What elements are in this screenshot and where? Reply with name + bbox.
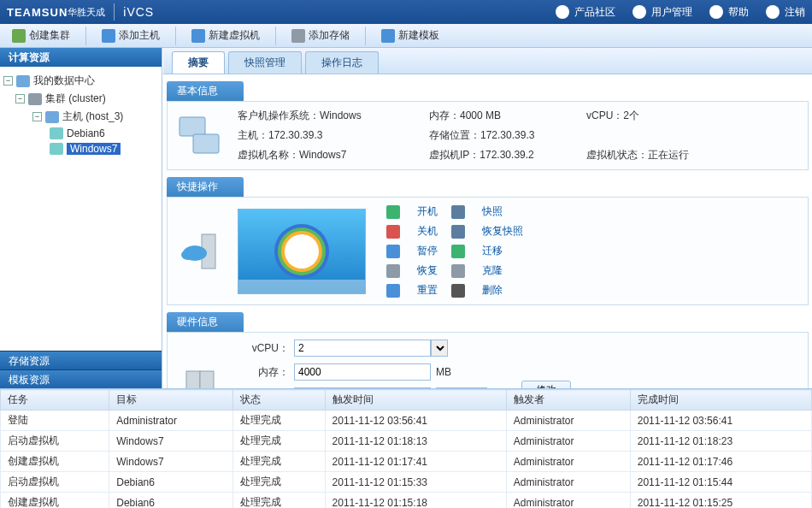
clone-icon [451, 264, 465, 278]
brand-product: iVCS [123, 5, 154, 19]
table-row[interactable]: 启动虚拟机Windows7处理完成2011-11-12 01:18:13Admi… [1, 431, 812, 452]
op-poweron[interactable]: 开机 [417, 204, 438, 219]
op-delete[interactable]: 删除 [482, 283, 523, 298]
tree-host[interactable]: −主机 (host_3) [32, 108, 158, 126]
pause-icon [386, 245, 400, 258]
collapse-icon[interactable]: − [32, 112, 42, 121]
sidebar-head-storage[interactable]: 存储资源 [0, 351, 162, 369]
table-row[interactable]: 登陆Administrator处理完成2011-11-12 03:56:41Ad… [1, 411, 812, 431]
tree-vm-debian[interactable]: Debian6 [50, 126, 158, 141]
svg-rect-0 [179, 117, 205, 136]
section-quick: 开机 快照 关机 恢复快照 暂停 迁移 恢复 克隆 重置 删除 [167, 197, 809, 305]
vm-tree-icon [50, 127, 63, 139]
collapse-icon[interactable]: − [15, 94, 25, 103]
new-template-button[interactable]: 新建模板 [374, 27, 446, 44]
vcpu-dropdown[interactable] [431, 340, 448, 357]
col-task[interactable]: 任务 [1, 390, 109, 411]
tab-summary[interactable]: 摘要 [172, 51, 225, 74]
section-basic: 客户机操作系统：Windows 内存：4000 MB vCPU：2个 主机：17… [167, 101, 809, 170]
host-tree-icon [45, 111, 59, 123]
logout-icon [766, 5, 780, 19]
nav-user-mgmt[interactable]: 用户管理 [633, 5, 692, 20]
col-status[interactable]: 状态 [233, 390, 325, 411]
svg-rect-5 [186, 371, 200, 388]
task-table: 任务 目标 状态 触发时间 触发者 完成时间 登陆Administrator处理… [0, 389, 812, 508]
nav-logout[interactable]: 注销 [766, 5, 805, 20]
new-vm-button[interactable]: 新建虚拟机 [185, 27, 267, 44]
host-icon [102, 29, 115, 43]
vcpu-label: vCPU： [238, 341, 289, 356]
delete-icon [451, 284, 465, 298]
vcpu-input[interactable] [294, 340, 431, 357]
table-row[interactable]: 创建虚拟机Windows7处理完成2011-11-12 01:17:41Admi… [1, 452, 812, 472]
quick-ops-grid: 开机 快照 关机 恢复快照 暂停 迁移 恢复 克隆 重置 删除 [386, 204, 523, 298]
mem-input[interactable] [294, 363, 431, 381]
datacenter-icon [16, 75, 30, 87]
tab-oplog[interactable]: 操作日志 [305, 51, 379, 74]
camera-icon [451, 205, 465, 219]
top-header: TEAMSUN 华胜天成 iVCS 产品社区 用户管理 帮助 注销 [0, 0, 812, 24]
ribbon-toolbar: 创建集群 添加主机 新建虚拟机 添加存储 新建模板 [0, 24, 812, 48]
template-icon [381, 29, 395, 43]
op-restore[interactable]: 恢复快照 [482, 224, 523, 239]
collapse-icon[interactable]: − [3, 76, 13, 86]
sidebar-head-compute: 计算资源 [0, 48, 162, 67]
op-pause[interactable]: 暂停 [417, 244, 438, 258]
reset-icon [386, 284, 400, 298]
op-migrate[interactable]: 迁移 [482, 244, 523, 258]
resume-icon [386, 264, 400, 278]
svg-rect-1 [193, 134, 219, 153]
vm-thumbnail[interactable] [238, 209, 366, 294]
col-trigger-by[interactable]: 触发者 [506, 390, 630, 411]
col-finish-time[interactable]: 完成时间 [630, 390, 811, 411]
migrate-icon [451, 245, 465, 258]
mem-label: 内存： [238, 365, 289, 380]
add-storage-button[interactable]: 添加存储 [285, 27, 356, 44]
section-quick-head: 快捷操作 [167, 177, 244, 197]
op-poweroff[interactable]: 关机 [417, 224, 438, 239]
play-icon [386, 205, 400, 219]
op-snapshot[interactable]: 快照 [482, 204, 523, 219]
disk-dropdown[interactable] [470, 387, 487, 388]
op-resume[interactable]: 恢复 [417, 263, 438, 278]
tree-vm-windows[interactable]: Windows7 [50, 141, 158, 157]
svg-point-4 [181, 250, 195, 260]
create-cluster-button[interactable]: 创建集群 [5, 27, 77, 44]
modify-button[interactable]: 修改 [521, 381, 571, 389]
mem-unit: MB [436, 366, 487, 378]
section-hardware-head: 硬件信息 [167, 312, 244, 332]
server-icon [176, 366, 224, 388]
section-hardware: vCPU： 内存： MB 硬盘： GB 网络适配器： 修改 [167, 332, 809, 388]
monitor-icon [176, 112, 224, 160]
col-target[interactable]: 目标 [109, 390, 233, 411]
disk-input[interactable] [294, 387, 431, 388]
brand: TEAMSUN [7, 6, 68, 19]
table-row[interactable]: 启动虚拟机Debian6处理完成2011-11-12 01:15:33Admin… [1, 472, 812, 493]
task-panel: 任务 目标 状态 触发时间 触发者 完成时间 登陆Administrator处理… [0, 388, 812, 508]
nav-community[interactable]: 产品社区 [556, 5, 615, 20]
restore-icon [451, 225, 465, 239]
sidebar-head-template[interactable]: 模板资源 [0, 369, 162, 388]
op-reset[interactable]: 重置 [417, 283, 438, 298]
content-pane: 摘要 快照管理 操作日志 基本信息 客户机操作系统：Windows 内存：400… [162, 48, 812, 388]
stop-icon [386, 225, 400, 239]
nav-help[interactable]: 帮助 [709, 5, 749, 20]
col-trigger-time[interactable]: 触发时间 [325, 390, 506, 411]
add-host-button[interactable]: 添加主机 [95, 27, 167, 44]
user-icon [633, 5, 646, 19]
tree-root[interactable]: −我的数据中心 [3, 72, 158, 90]
home-icon [556, 5, 569, 19]
section-basic-head: 基本信息 [167, 81, 244, 101]
disk-unit-select[interactable]: GB [436, 387, 470, 388]
tree-cluster[interactable]: −集群 (cluster) [15, 90, 158, 108]
sidebar: 计算资源 −我的数据中心 −集群 (cluster) −主机 (host_3) … [0, 48, 162, 388]
brand-sub: 华胜天成 [68, 6, 105, 19]
vm-tree-icon [50, 143, 63, 155]
tab-snapshot[interactable]: 快照管理 [228, 51, 302, 74]
brand-sep [114, 3, 115, 21]
table-row[interactable]: 创建虚拟机Debian6处理完成2011-11-12 01:15:18Admin… [1, 493, 812, 509]
cluster-icon [12, 29, 26, 43]
op-clone[interactable]: 克隆 [482, 263, 523, 278]
resource-tree: −我的数据中心 −集群 (cluster) −主机 (host_3) Debia… [0, 67, 162, 351]
vm-tabs: 摘要 快照管理 操作日志 [163, 48, 812, 74]
